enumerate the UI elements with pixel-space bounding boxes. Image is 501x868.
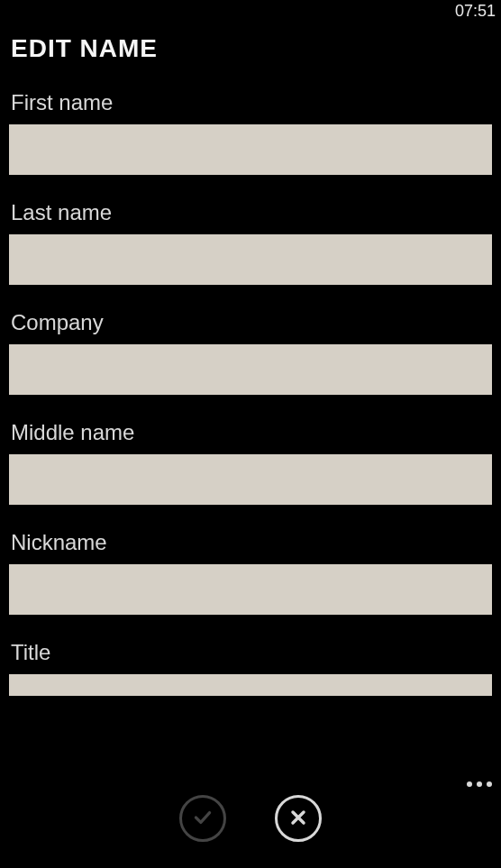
middle-name-group: Middle name bbox=[9, 420, 492, 505]
save-button[interactable] bbox=[179, 795, 226, 842]
first-name-label: First name bbox=[9, 90, 492, 115]
check-icon bbox=[191, 806, 214, 832]
middle-name-input[interactable] bbox=[9, 454, 492, 505]
title-group: Title bbox=[9, 640, 492, 696]
title-input[interactable] bbox=[9, 674, 492, 696]
company-group: Company bbox=[9, 310, 492, 395]
more-button[interactable] bbox=[467, 781, 492, 787]
cancel-button[interactable] bbox=[275, 795, 322, 842]
status-time: 07:51 bbox=[455, 2, 496, 21]
company-label: Company bbox=[9, 310, 492, 335]
ellipsis-dot bbox=[487, 781, 492, 787]
first-name-input[interactable] bbox=[9, 124, 492, 175]
last-name-label: Last name bbox=[9, 200, 492, 225]
ellipsis-dot bbox=[477, 781, 482, 787]
middle-name-label: Middle name bbox=[9, 420, 492, 445]
nickname-label: Nickname bbox=[9, 530, 492, 555]
last-name-group: Last name bbox=[9, 200, 492, 285]
edit-name-form: First name Last name Company Middle name… bbox=[0, 90, 501, 696]
ellipsis-dot bbox=[467, 781, 472, 787]
close-icon bbox=[287, 807, 309, 831]
nickname-input[interactable] bbox=[9, 564, 492, 615]
first-name-group: First name bbox=[9, 90, 492, 175]
last-name-input[interactable] bbox=[9, 234, 492, 285]
nickname-group: Nickname bbox=[9, 530, 492, 615]
page-title: EDIT NAME bbox=[0, 22, 501, 70]
company-input[interactable] bbox=[9, 344, 492, 395]
title-field-label: Title bbox=[9, 640, 492, 665]
app-bar bbox=[0, 769, 501, 868]
status-bar: 07:51 bbox=[0, 0, 501, 22]
